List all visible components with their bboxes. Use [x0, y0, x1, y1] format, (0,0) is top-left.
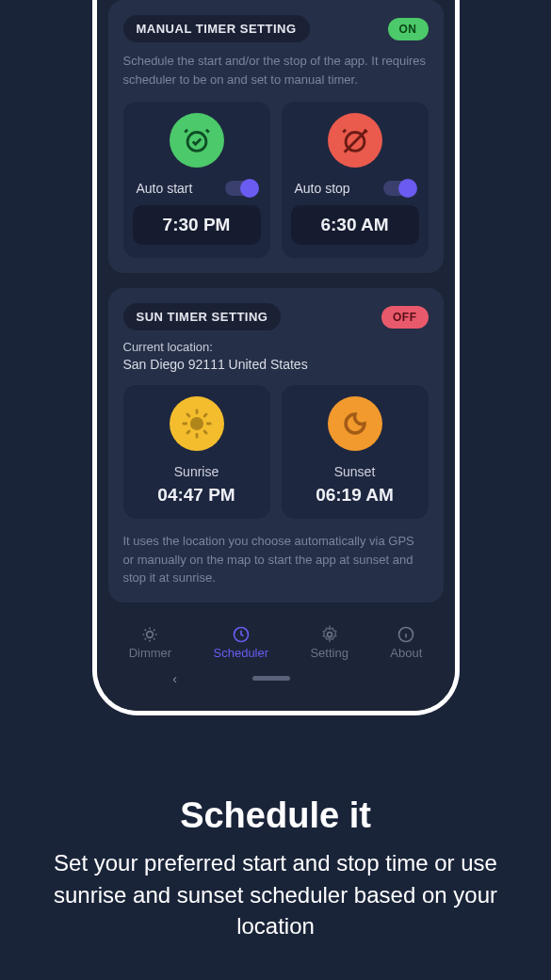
- auto-stop-time[interactable]: 6:30 AM: [291, 205, 419, 245]
- manual-timer-title: MANUAL TIMER SETTING: [123, 15, 310, 42]
- system-nav-bar: ‹: [108, 664, 444, 696]
- svg-line-9: [204, 431, 206, 433]
- svg-point-3: [191, 418, 202, 428]
- dimmer-icon: [140, 625, 159, 644]
- sunset-label: Sunset: [334, 464, 376, 479]
- nav-scheduler-label: Scheduler: [214, 646, 269, 660]
- nav-setting-label: Setting: [310, 646, 348, 660]
- svg-line-17: [145, 629, 146, 630]
- nav-dimmer-label: Dimmer: [129, 646, 172, 660]
- marketing-subtitle: Set your preferred start and stop time o…: [28, 847, 523, 942]
- nav-about-label: About: [390, 646, 422, 660]
- nav-about[interactable]: About: [390, 625, 422, 660]
- nav-dimmer[interactable]: Dimmer: [129, 625, 172, 660]
- location-label: Current location:: [123, 340, 429, 354]
- sunset-tile: Sunset 06:19 AM: [282, 385, 429, 519]
- svg-line-11: [204, 414, 206, 416]
- svg-point-22: [327, 632, 332, 636]
- sun-timer-toggle[interactable]: OFF: [381, 306, 429, 329]
- sun-timer-footer: It uses the location you choose automati…: [123, 532, 429, 587]
- location-value[interactable]: San Diego 92111 United States: [123, 357, 429, 372]
- gear-icon: [320, 625, 339, 644]
- phone-frame: MANUAL TIMER SETTING ON Schedule the sta…: [92, 0, 460, 715]
- nav-scheduler[interactable]: Scheduler: [214, 625, 269, 660]
- sunset-time: 06:19 AM: [316, 485, 394, 506]
- app-screen: MANUAL TIMER SETTING ON Schedule the sta…: [97, 0, 455, 711]
- sunrise-time: 04:47 PM: [157, 485, 235, 506]
- svg-line-18: [154, 638, 155, 639]
- manual-timer-desc: Schedule the start and/or the stop of th…: [123, 52, 429, 88]
- sunrise-tile: Sunrise 04:47 PM: [123, 385, 270, 519]
- manual-timer-card: MANUAL TIMER SETTING ON Schedule the sta…: [108, 0, 444, 273]
- back-icon[interactable]: ‹: [172, 671, 177, 686]
- svg-line-19: [145, 638, 146, 639]
- svg-line-10: [186, 431, 188, 433]
- alarm-on-icon: [170, 113, 224, 168]
- alarm-off-icon: [328, 113, 382, 168]
- marketing-copy: Schedule it Set your preferred start and…: [0, 795, 551, 942]
- auto-start-switch[interactable]: [225, 181, 257, 196]
- svg-line-20: [154, 629, 155, 630]
- sun-icon: [170, 396, 224, 451]
- sun-timer-card: SUN TIMER SETTING OFF Current location: …: [108, 288, 444, 602]
- sun-timer-title: SUN TIMER SETTING: [123, 303, 282, 330]
- auto-start-label: Auto start: [137, 181, 193, 196]
- nav-handle[interactable]: [252, 676, 290, 681]
- auto-start-tile: Auto start 7:30 PM: [123, 102, 270, 258]
- marketing-title: Schedule it: [28, 795, 523, 836]
- clock-icon: [232, 625, 251, 644]
- svg-line-8: [186, 414, 188, 416]
- info-icon: [397, 625, 415, 644]
- moon-icon: [328, 396, 382, 451]
- auto-stop-label: Auto stop: [295, 181, 350, 196]
- auto-stop-switch[interactable]: [383, 181, 415, 196]
- sunrise-label: Sunrise: [174, 464, 219, 479]
- auto-stop-tile: Auto stop 6:30 AM: [282, 102, 429, 258]
- nav-setting[interactable]: Setting: [310, 625, 348, 660]
- bottom-nav: Dimmer Scheduler Setting About: [108, 618, 444, 664]
- auto-start-time[interactable]: 7:30 PM: [133, 205, 261, 245]
- manual-timer-toggle[interactable]: ON: [388, 18, 429, 40]
- svg-point-12: [147, 631, 154, 637]
